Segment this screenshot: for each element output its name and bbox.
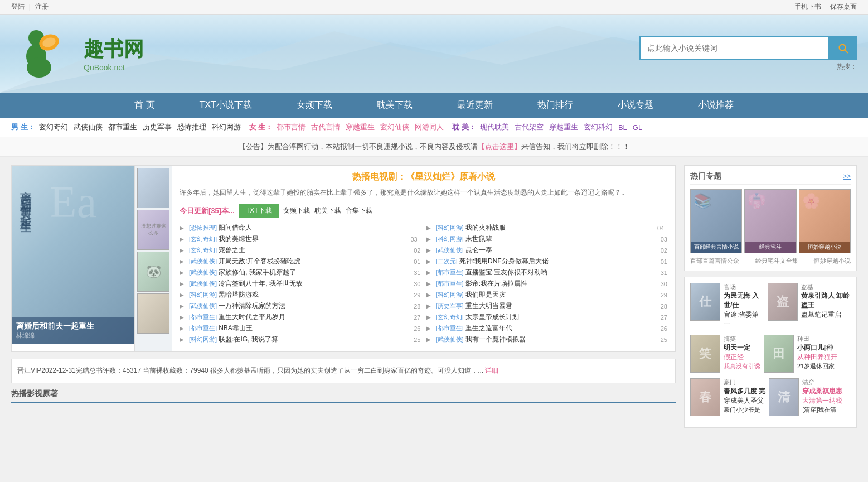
sb-title-2f[interactable]: 21岁退休回家 bbox=[797, 362, 837, 370]
topic-card-2[interactable]: 👘 经典宅斗 bbox=[744, 189, 796, 253]
txt-download-btn[interactable]: TXT下载 bbox=[239, 204, 279, 218]
topic-card-1[interactable]: 📚 百部经典言情小说 bbox=[690, 189, 742, 253]
register-link[interactable]: 注册 bbox=[35, 3, 49, 11]
cat-gudai-d[interactable]: 古代架空 bbox=[515, 122, 544, 132]
ul-title[interactable]: 阳间借命人 bbox=[219, 223, 420, 233]
nav-recent[interactable]: 最近更新 bbox=[435, 93, 515, 118]
sb-info-1b: 盗墓 黄泉引路人 卸岭盗王 盗墓笔记重启 bbox=[801, 283, 851, 329]
login-link[interactable]: 登陆 bbox=[11, 3, 25, 11]
sb-title-2b[interactable]: 假正经 bbox=[724, 353, 760, 362]
ul-title[interactable]: 开局无敌:开个客栈扮猪吃虎 bbox=[219, 257, 412, 266]
ur-title[interactable]: 太宗皇帝成长计划 bbox=[465, 312, 659, 322]
sb-title-2e[interactable]: 从种田养猫开 bbox=[797, 353, 837, 362]
nav-topic[interactable]: 小说专题 bbox=[595, 93, 676, 118]
sb-title-2d[interactable]: 小两口儿[种 bbox=[797, 343, 837, 353]
hot-topics-more[interactable]: >> bbox=[843, 172, 851, 180]
cat-xuanhuan[interactable]: 玄幻奇幻 bbox=[39, 122, 68, 132]
ur-num: ▶ bbox=[426, 236, 434, 242]
cat-bl[interactable]: BL bbox=[618, 123, 627, 132]
cat-bar: 男 生： 玄幻奇幻 武侠仙侠 都市重生 历史军事 恐怖推理 科幻网游 女 生： … bbox=[0, 118, 868, 137]
sb-title-3e[interactable]: 大清第一纳税 bbox=[802, 396, 842, 406]
report-link[interactable]: 【点击这里】 bbox=[478, 142, 521, 151]
nav-rank[interactable]: 热门排行 bbox=[515, 93, 595, 118]
collection-btn[interactable]: 合集下载 bbox=[346, 206, 372, 215]
ur-cat: [都市重生] bbox=[436, 268, 464, 277]
search-box bbox=[639, 36, 857, 60]
ul-num2: 30 bbox=[414, 281, 420, 287]
sb-title-2a[interactable]: 明天一定 bbox=[724, 343, 760, 353]
cat-dushi[interactable]: 都市重生 bbox=[108, 122, 137, 132]
ur-title[interactable]: 重生大明当暴君 bbox=[465, 301, 659, 311]
thumb-4[interactable] bbox=[137, 293, 169, 334]
cat-gudai[interactable]: 古代言情 bbox=[311, 122, 340, 132]
ur-title[interactable]: 我的火种战服 bbox=[465, 223, 656, 233]
sb-thumb-3[interactable]: 春 bbox=[690, 378, 720, 416]
ul-title[interactable]: 一万种清除玩家的方法 bbox=[219, 301, 412, 311]
sb-thumb-2b[interactable]: 田 bbox=[764, 335, 794, 373]
nav-female[interactable]: 女频下载 bbox=[274, 93, 355, 118]
cat-lishi[interactable]: 历史军事 bbox=[143, 122, 172, 132]
cat-xuanke[interactable]: 玄幻科幻 bbox=[584, 122, 613, 132]
search-button[interactable] bbox=[829, 36, 857, 60]
thumb-1[interactable] bbox=[137, 168, 169, 208]
ur-title[interactable]: 我们即是天灾 bbox=[465, 290, 659, 300]
cat-chuanyue[interactable]: 穿越重生 bbox=[346, 122, 375, 132]
ul-title[interactable]: 联盟:在IG, 我说了算 bbox=[219, 335, 412, 344]
desktop-link[interactable]: 保存桌面 bbox=[830, 3, 857, 11]
ur-title[interactable]: 重生之造富年代 bbox=[465, 324, 659, 333]
mobile-link[interactable]: 手机下书 bbox=[794, 3, 821, 11]
ul-title[interactable]: 家族修仙, 我家手机穿越了 bbox=[219, 268, 412, 277]
danmei-download-btn[interactable]: 耽美下载 bbox=[314, 206, 341, 215]
ur-title[interactable]: 昆仑一泰 bbox=[465, 245, 659, 255]
female-download-btn[interactable]: 女频下载 bbox=[283, 206, 310, 215]
cat-wangyou[interactable]: 网游同人 bbox=[415, 122, 444, 132]
sb-thumb-2[interactable]: 笑 bbox=[690, 335, 720, 373]
cat-gl[interactable]: GL bbox=[633, 123, 642, 132]
cat-wuxia[interactable]: 武侠仙侠 bbox=[74, 122, 103, 132]
sb-thumb-1b[interactable]: 盗 bbox=[768, 283, 798, 321]
sb-title-1b[interactable]: 官途:省委第一 bbox=[724, 310, 764, 329]
ul-title[interactable]: NBA靠山王 bbox=[219, 324, 412, 333]
ur-title[interactable]: 直播鉴宝:宝友你很不对劲哟 bbox=[465, 268, 659, 277]
ul-title[interactable]: 冷宫签到八十年, 我举世无敌 bbox=[219, 279, 412, 288]
ur-title[interactable]: 影帝:我在片场拉属性 bbox=[465, 279, 659, 288]
cover-title-vertical: 离婚后和前夫一起重生 bbox=[18, 182, 33, 216]
nav-home[interactable]: 首 页 bbox=[112, 93, 177, 118]
ul-title[interactable]: 宠兽之主 bbox=[219, 245, 412, 255]
nav-txt[interactable]: TXT小说下载 bbox=[177, 93, 274, 118]
ul-title[interactable]: 黑暗塔防游戏 bbox=[219, 290, 412, 300]
sb-title-1d[interactable]: 盗墓笔记重启 bbox=[801, 310, 851, 320]
thumb-3[interactable]: 🐼 bbox=[137, 252, 169, 292]
sb-title-3d[interactable]: 穿成胤禛崽崽 bbox=[802, 387, 842, 396]
logo-icon[interactable] bbox=[11, 26, 78, 81]
cat-kongbu[interactable]: 恐怖推理 bbox=[177, 122, 206, 132]
cat-xiandai[interactable]: 现代耽美 bbox=[480, 122, 509, 132]
nav-recommend[interactable]: 小说推荐 bbox=[676, 93, 756, 118]
ul-title[interactable]: 重生大时代之平凡岁月 bbox=[219, 312, 412, 322]
sb-title-3c[interactable]: 豪门小少爷是 bbox=[724, 406, 765, 414]
sb-title-1a[interactable]: 为民无悔 入世/仕 bbox=[724, 291, 764, 310]
ur-title[interactable]: 我有一个魔神模拟器 bbox=[465, 335, 659, 344]
sb-title-2c[interactable]: 我真没有引诱 bbox=[724, 362, 760, 370]
sb-title-3a[interactable]: 春风多几度 完 bbox=[724, 387, 765, 396]
ur-title[interactable]: 末世鼠辈 bbox=[465, 234, 659, 244]
ur-title[interactable]: 死神:我用DNF分身做幕后大佬 bbox=[459, 257, 659, 266]
nav-danmei[interactable]: 耽美下载 bbox=[355, 93, 435, 118]
sb-thumb-1[interactable]: 仕 bbox=[690, 283, 720, 321]
thumb-2[interactable]: 没想过难这么多 bbox=[137, 210, 169, 250]
sb-title-3f[interactable]: [清穿]我在清 bbox=[802, 406, 842, 414]
ul-num2: 03 bbox=[411, 236, 421, 243]
search-input[interactable] bbox=[639, 36, 829, 60]
cat-xuanmei[interactable]: 玄幻仙侠 bbox=[380, 122, 409, 132]
cat-chuanyue-d[interactable]: 穿越重生 bbox=[549, 122, 578, 132]
topic-card-3[interactable]: 🌸 恒妙穿越小说 bbox=[799, 189, 851, 253]
cat-dushi-f[interactable]: 都市言情 bbox=[277, 122, 306, 132]
sb-thumb-3b[interactable]: 清 bbox=[769, 378, 799, 416]
detail-link[interactable]: 详细 bbox=[485, 367, 498, 374]
ur-num: ▶ bbox=[426, 281, 434, 287]
cat-kehuan[interactable]: 科幻网游 bbox=[212, 122, 241, 132]
sb-title-1c[interactable]: 黄泉引路人 卸岭盗王 bbox=[801, 291, 851, 310]
sb-title-3b[interactable]: 穿成美人圣父 bbox=[724, 396, 765, 406]
ul-title[interactable]: 我的美综世界 bbox=[219, 234, 409, 244]
topic-label-3: 恒妙穿越小说 bbox=[799, 242, 850, 253]
